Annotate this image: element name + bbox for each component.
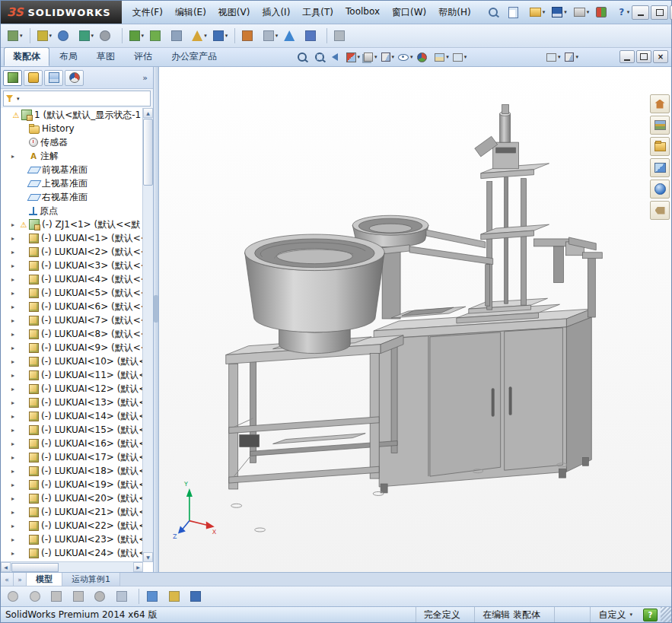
tab-office-products[interactable]: 办公室产品: [162, 47, 226, 66]
window-minimize-button[interactable]: [632, 5, 649, 20]
tree-item[interactable]: ▸ ⚠ (-) LUKUAI<9> (默认<<默: [1, 341, 143, 354]
tree-item[interactable]: ▸ ⚠ (-) LUKUAI<11> (默认<<默: [1, 368, 143, 382]
select-tool-button[interactable]: ▾: [114, 586, 134, 606]
tree-item[interactable]: ▸ ⚠ (-) LUKUAI<4> (默认<<默: [1, 272, 143, 286]
expand-arrow-icon[interactable]: ▸: [11, 249, 19, 256]
toggle-selection-filter-button[interactable]: ▾: [71, 586, 91, 606]
open-button[interactable]: ▾: [527, 6, 548, 18]
view-settings-button[interactable]: ▾: [451, 49, 469, 65]
tree-item[interactable]: ▸ ⚠ (-) LUKUAI<20> (默认<<默: [1, 491, 143, 505]
splitter-grip[interactable]: [154, 295, 158, 323]
filter-vertices-button[interactable]: ▾: [5, 586, 25, 606]
edit-component-button[interactable]: ▾: [5, 26, 25, 46]
zoom-fit-button[interactable]: ▾: [296, 49, 313, 65]
explode-line-sketch-button[interactable]: ▾: [303, 26, 323, 46]
expand-arrow-icon[interactable]: ▸: [11, 386, 19, 393]
scroll-down-button[interactable]: ▼: [143, 552, 153, 562]
tree-item[interactable]: ▸ ⚠ (-) ZJ1<1> (默认<<默: [1, 218, 143, 231]
display-settings-button[interactable]: ▾: [188, 586, 208, 606]
rebuild-button[interactable]: ▾: [594, 5, 613, 19]
tree-item[interactable]: ▸ ⚠ 前视基准面: [1, 163, 143, 176]
search-button[interactable]: ▾: [486, 6, 505, 18]
reference-geometry-button[interactable]: ▾: [211, 26, 231, 46]
tree-item[interactable]: ▸ ⚠ History: [1, 122, 143, 135]
scroll-left-button[interactable]: ◀: [1, 562, 11, 572]
menu-tools[interactable]: 工具(T): [296, 3, 339, 22]
assembly-3d-model[interactable]: X Y Z: [159, 67, 671, 572]
display-pane-toggle-button[interactable]: ▾: [563, 49, 580, 65]
new-document-button[interactable]: ▾: [506, 5, 525, 20]
tree-item[interactable]: ▸ ⚠ 传感器: [1, 135, 143, 149]
expand-arrow-icon[interactable]: ▸: [11, 523, 19, 529]
expand-arrow-icon[interactable]: ▸: [11, 550, 19, 557]
dropdown-arrow-icon[interactable]: ▾: [17, 96, 20, 102]
tree-item[interactable]: ▸ ⚠ (-) LUKUAI<18> (默认<<默: [1, 464, 143, 478]
file-explorer-button[interactable]: [650, 137, 670, 156]
expand-arrow-icon[interactable]: ▸: [11, 413, 19, 420]
expand-arrow-icon[interactable]: ▸: [11, 440, 19, 447]
exploded-view-button[interactable]: ▾: [282, 26, 301, 46]
show-hidden-components-button[interactable]: ▾: [169, 26, 189, 46]
view-palette-button[interactable]: [650, 158, 670, 177]
tree-item[interactable]: ▸ ⚠ 上视基准面: [1, 176, 143, 190]
displaymanager-tab[interactable]: [65, 70, 84, 86]
insert-components-button[interactable]: ▾: [35, 26, 55, 46]
magnified-selection-button[interactable]: ▾: [92, 586, 112, 606]
tree-item[interactable]: ▸ ⚠ (-) LUKUAI<23> (默认<<默: [1, 532, 143, 546]
section-view-button[interactable]: ▾: [345, 49, 362, 65]
viewport-layout-button[interactable]: ▾: [145, 586, 164, 606]
expand-arrow-icon[interactable]: ▸: [11, 358, 19, 365]
expand-arrow-icon[interactable]: ▸: [11, 331, 19, 338]
document-restore-button[interactable]: [636, 50, 651, 63]
tab-scroll-left-button[interactable]: «: [1, 573, 14, 586]
tree-item[interactable]: ▸ ⚠ (-) LUKUAI<14> (默认<<默: [1, 409, 143, 423]
expand-arrow-icon[interactable]: ▸: [11, 399, 19, 406]
tree-item[interactable]: ▸ ⚠ (-) LUKUAI<13> (默认<<默: [1, 396, 143, 409]
resize-grip[interactable]: [661, 607, 671, 622]
tree-item[interactable]: ▸ ⚠ 右视基准面: [1, 190, 143, 204]
smart-fasteners-button[interactable]: ▾: [97, 26, 117, 46]
graphics-area[interactable]: X Y Z: [159, 67, 671, 572]
tree-item[interactable]: ▸ ⚠ (-) LUKUAI<16> (默认<<默: [1, 437, 143, 450]
document-close-button[interactable]: ×: [653, 50, 668, 63]
tree-item[interactable]: ▸ ⚠ (-) LUKUAI<15> (默认<<默: [1, 423, 143, 437]
custom-properties-button[interactable]: [650, 201, 670, 220]
bill-of-materials-button[interactable]: ▾: [261, 26, 281, 46]
filter-faces-button[interactable]: ▾: [49, 586, 68, 606]
new-motion-study-button[interactable]: ▾: [240, 26, 260, 46]
tree-item[interactable]: ▸ ⚠ (-) LUKUAI<17> (默认<<默: [1, 450, 143, 464]
expand-arrow-icon[interactable]: ▸: [11, 536, 19, 543]
featuremanager-tab[interactable]: [3, 70, 22, 86]
tree-item[interactable]: ▸ ⚠ 1 (默认<默认_显示状态-1: [1, 108, 143, 122]
tree-item[interactable]: ▸ ⚠ (-) LUKUAI<22> (默认<<默: [1, 519, 143, 532]
quick-tips-button[interactable]: ?: [643, 609, 658, 621]
hide-show-items-button[interactable]: ▾: [397, 49, 415, 65]
instant3d-button[interactable]: ▾: [332, 26, 352, 46]
tree-item[interactable]: ▸ ⚠ (-) LUKUAI<12> (默认<<默: [1, 382, 143, 396]
apply-scene-button[interactable]: ▾: [433, 49, 451, 65]
menu-toolbox[interactable]: Toolbox: [339, 3, 386, 22]
scroll-up-button[interactable]: ▲: [143, 108, 153, 118]
expand-arrow-icon[interactable]: ▸: [11, 482, 19, 488]
assembly-features-button[interactable]: ▾: [189, 26, 209, 46]
expand-arrow-icon[interactable]: ▸: [11, 372, 19, 379]
tree-item[interactable]: ▸ ⚠ (-) LUKUAI<6> (默认<<默: [1, 300, 143, 313]
document-minimize-button[interactable]: [619, 50, 635, 63]
mate-button[interactable]: ▾: [56, 26, 75, 46]
expand-arrow-icon[interactable]: ▸: [11, 495, 19, 502]
tree-item[interactable]: ▸ ⚠ (-) LUKUAI<1> (默认<<默: [1, 231, 143, 245]
solidworks-resources-button[interactable]: [650, 94, 670, 113]
tab-motion-study[interactable]: 运动算例1: [62, 573, 120, 586]
expand-arrow-icon[interactable]: ▸: [11, 304, 19, 310]
tab-evaluate[interactable]: 评估: [125, 47, 161, 66]
expand-arrow-icon[interactable]: ▸: [11, 509, 19, 516]
open-folder-shortcut-button[interactable]: ▾: [167, 586, 186, 606]
menu-file[interactable]: 文件(F): [126, 3, 169, 22]
expand-arrow-icon[interactable]: ▸: [11, 276, 19, 283]
linear-component-pattern-button[interactable]: ▾: [77, 26, 97, 46]
quick-options-button[interactable]: ▾: [545, 49, 562, 65]
appearances-button[interactable]: [650, 180, 670, 199]
scrollbar-thumb[interactable]: [11, 563, 59, 572]
tree-item[interactable]: ▸ ⚠ (-) LUKUAI<7> (默认<<默: [1, 313, 143, 327]
filter-bar[interactable]: ▾: [3, 91, 151, 106]
